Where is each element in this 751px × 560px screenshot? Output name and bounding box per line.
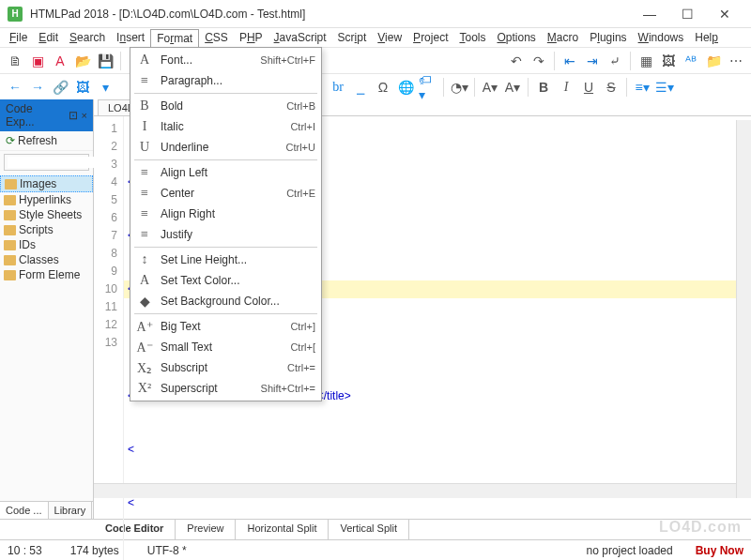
sidebar-search[interactable]: 🔍 <box>4 154 89 171</box>
tree-item-ids[interactable]: IDs <box>0 237 93 252</box>
library-icon[interactable]: ▦ <box>636 52 655 70</box>
format-menu-item[interactable]: X₂SubscriptCtrl+= <box>130 357 321 378</box>
tree-item-formelem[interactable]: Form Eleme <box>0 267 93 282</box>
menu-help[interactable]: Help <box>689 29 724 46</box>
watermark: LO4D.com <box>659 519 742 536</box>
refresh-button[interactable]: ⟳ Refresh <box>0 131 93 151</box>
menu-plugins[interactable]: Plugins <box>584 29 632 46</box>
font-a2-icon[interactable]: A▾ <box>503 78 522 97</box>
menu-php[interactable]: PHP <box>234 29 268 46</box>
format-menu-item[interactable]: UUnderlineCtrl+U <box>130 137 321 158</box>
menu-item-icon: I <box>136 119 153 134</box>
wrap-icon[interactable]: ⤶ <box>605 52 624 70</box>
menu-javascript[interactable]: JavaScript <box>268 29 332 46</box>
bold-icon[interactable]: B <box>534 78 553 97</box>
insert-icon[interactable]: ▾ <box>96 78 115 97</box>
format-menu-item[interactable]: A⁻Small TextCtrl+[ <box>130 337 321 357</box>
open-icon[interactable]: 📂 <box>73 52 92 70</box>
hr-icon[interactable]: ⎯ <box>351 78 370 97</box>
more-icon[interactable]: ⋯ <box>727 52 745 70</box>
font-a-icon[interactable]: A▾ <box>481 78 499 97</box>
sidebar-close-icon[interactable]: × <box>82 110 87 121</box>
new-html-icon[interactable]: ▣ <box>28 52 47 70</box>
menu-format[interactable]: Format <box>150 29 199 47</box>
italic-icon[interactable]: I <box>557 78 575 97</box>
tree-item-classes[interactable]: Classes <box>0 252 93 267</box>
menu-macro[interactable]: Macro <box>542 29 584 46</box>
menu-css[interactable]: CSS <box>199 29 234 46</box>
folder-icon <box>5 179 17 189</box>
menu-item-shortcut: Ctrl+I <box>290 121 315 132</box>
link-icon[interactable]: 🔗 <box>51 78 69 97</box>
tree-label: IDs <box>19 238 36 251</box>
menu-item-label: Paragraph... <box>161 74 308 87</box>
template-icon[interactable]: A <box>51 52 69 70</box>
maximize-button[interactable]: ☐ <box>668 7 706 22</box>
format-menu-item[interactable]: ≡Align Left <box>130 162 321 183</box>
list-icon[interactable]: ☰▾ <box>655 78 674 97</box>
undo-icon[interactable]: ↶ <box>507 52 526 70</box>
menu-file[interactable]: File <box>4 29 33 46</box>
menu-item-shortcut: Ctrl+= <box>287 362 315 373</box>
format-menu-item[interactable]: ≡Paragraph... <box>130 70 321 91</box>
menu-insert[interactable]: Insert <box>111 29 150 46</box>
format-menu-item[interactable]: BBoldCtrl+B <box>130 96 321 116</box>
format-menu-item[interactable]: ASet Text Color... <box>130 270 321 291</box>
br-button[interactable]: br <box>329 78 347 97</box>
menu-view[interactable]: View <box>372 29 407 46</box>
pin-icon[interactable]: ⊡ <box>69 109 78 122</box>
tree-item-images[interactable]: Images <box>0 175 93 192</box>
tag-icon[interactable]: 🏷▾ <box>419 78 437 97</box>
format-menu-item[interactable]: IItalicCtrl+I <box>130 116 321 137</box>
format-menu-item[interactable]: X²SuperscriptShift+Ctrl+= <box>130 378 321 399</box>
tree-item-scripts[interactable]: Scripts <box>0 222 93 237</box>
sidebar-tab-code[interactable]: Code ... <box>0 502 49 519</box>
gallery-icon[interactable]: 🖼 <box>659 52 678 70</box>
new-file-icon[interactable]: 🗎 <box>6 52 24 70</box>
tree-label: Form Eleme <box>19 268 80 281</box>
sidebar: Code Exp... ⊡ × ⟳ Refresh 🔍 Images Hyper… <box>0 99 94 519</box>
redo-icon[interactable]: ↷ <box>529 52 548 70</box>
format-menu-item[interactable]: ≡CenterCtrl+E <box>130 183 321 204</box>
arrow-right-icon[interactable]: → <box>28 78 47 97</box>
indent-left-icon[interactable]: ⇤ <box>560 52 579 70</box>
strike-icon[interactable]: S <box>602 78 621 97</box>
folder-icon <box>4 240 16 250</box>
format-menu-item[interactable]: ◆Set Background Color... <box>130 291 321 311</box>
format-menu-item[interactable]: ≡Justify <box>130 224 321 245</box>
menu-item-shortcut: Ctrl+U <box>286 142 315 153</box>
menu-tools[interactable]: Tools <box>453 29 491 46</box>
app-icon: H <box>8 7 23 22</box>
format-menu-item[interactable]: ≡Align Right <box>130 204 321 224</box>
folder-icon[interactable]: 📁 <box>704 52 723 70</box>
sidebar-tab-library[interactable]: Library <box>49 502 93 519</box>
minimize-button[interactable]: — <box>631 7 668 22</box>
format-menu-item[interactable]: AFont...Shift+Ctrl+F <box>130 50 321 70</box>
omega-icon[interactable]: Ω <box>374 78 392 97</box>
menu-item-label: Italic <box>161 120 283 133</box>
menu-options[interactable]: Options <box>491 29 541 46</box>
tree-item-hyperlinks[interactable]: Hyperlinks <box>0 192 93 207</box>
image-icon[interactable]: 🖼 <box>73 78 92 97</box>
color-picker-icon[interactable]: ◔▾ <box>450 78 468 97</box>
align-left-icon[interactable]: ≡▾ <box>633 78 651 97</box>
menu-windows[interactable]: Windows <box>633 29 690 46</box>
menu-edit[interactable]: Edit <box>33 29 64 46</box>
menu-item-icon: ◆ <box>136 294 153 310</box>
menu-item-icon: A⁻ <box>136 340 153 356</box>
format-dropdown: AFont...Shift+Ctrl+F≡Paragraph...BBoldCt… <box>130 47 322 401</box>
indent-right-icon[interactable]: ⇥ <box>583 52 602 70</box>
tree-item-stylesheets[interactable]: Style Sheets <box>0 207 93 222</box>
globe-icon[interactable]: 🌐 <box>396 78 415 97</box>
menu-project[interactable]: Project <box>407 29 453 46</box>
format-menu-item[interactable]: ↕Set Line Height... <box>130 250 321 270</box>
save-icon[interactable]: 💾 <box>96 52 115 70</box>
close-button[interactable]: ✕ <box>706 7 743 22</box>
menu-search[interactable]: Search <box>64 29 111 46</box>
menu-script[interactable]: Script <box>332 29 373 46</box>
replace-icon[interactable]: ᴬᴮ <box>682 52 700 70</box>
arrow-left-icon[interactable]: ← <box>6 78 24 97</box>
format-menu-item[interactable]: A⁺Big TextCtrl+] <box>130 316 321 337</box>
tree-label: Images <box>20 177 56 190</box>
underline-icon[interactable]: U <box>579 78 598 97</box>
